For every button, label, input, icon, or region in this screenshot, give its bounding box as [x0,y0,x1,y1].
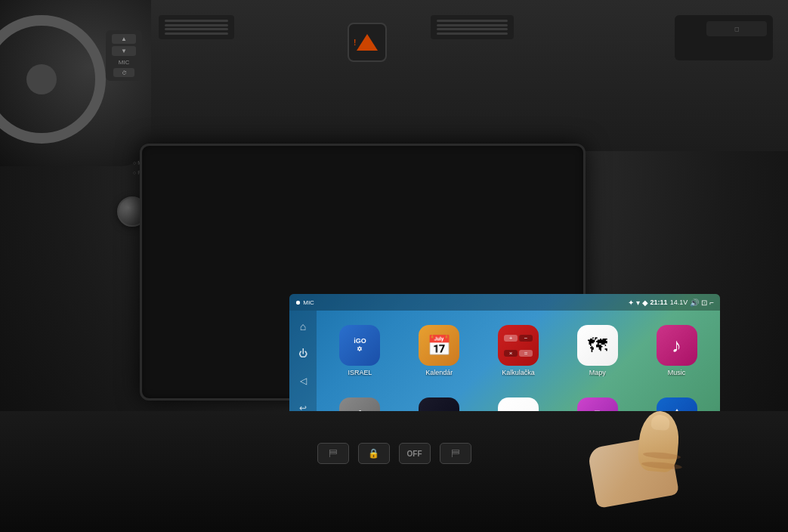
hazard-button[interactable]: ! [348,23,387,62]
off-button[interactable]: OFF [399,443,431,464]
location-icon: ◆ [642,298,648,307]
app-music[interactable]: ♪ Music [639,317,714,385]
left-vent [159,15,234,39]
status-bar-left: ⏺ MIC [295,299,314,306]
app-label-music: Music [668,369,686,376]
battery-display: 14.1V [670,298,688,306]
status-bar: ⏺ MIC ✦ ▾ ◆ 21:11 14.1V 🔊 ⊡ ⌐ [289,294,720,311]
steering-wheel-area [0,0,151,166]
app-label-israel: ISRAEL [348,369,372,376]
seat-heat-right-button[interactable]: ⛿ [440,443,471,464]
app-icon-israel: iGO✡ [339,325,380,366]
power-nav-icon[interactable]: ⏻ [295,345,311,362]
app-icon-calculator: + − × = [498,325,539,366]
app-label-maps: Mapy [589,369,606,376]
dashboard-bottom: ⛿ 🔒 OFF ⛿ [0,411,788,532]
window-icon: ⊡ [701,298,707,307]
app-icon-calendar: 📅 [419,325,459,366]
home-nav-icon[interactable]: ⌂ [295,318,311,335]
dashboard-top: ▲ ▼ MIC ⏱ ! ◻ [0,0,788,151]
bottom-controls-row: ⛿ 🔒 OFF ⛿ [317,443,471,464]
down-button[interactable]: ▼ [112,46,136,56]
bluetooth-icon: ✦ [628,298,634,307]
clock-button[interactable]: ⏱ [113,68,134,77]
app-calculator[interactable]: + − × = Kalkulačka [481,317,556,385]
status-icons: ✦ ▾ ◆ 21:11 14.1V 🔊 ⊡ ⌐ [628,298,714,307]
set-label: MIC [119,59,130,66]
wifi-icon: ▾ [636,298,640,307]
app-icon-maps: 🗺 [577,325,618,366]
app-icon-music: ♪ [657,325,697,366]
app-label-calculator: Kalkulačka [502,369,535,376]
app-calendar[interactable]: 📅 Kalendár [402,317,477,385]
back-nav-icon[interactable]: ◁ [295,373,311,389]
right-controls: ◻ [675,15,773,60]
app-maps[interactable]: 🗺 Mapy [560,317,635,385]
mic-status: ⏺ MIC [295,299,314,306]
right-vent [431,15,514,39]
lock-button[interactable]: 🔒 [358,443,390,464]
up-button[interactable]: ▲ [112,34,136,44]
top-right-button[interactable]: ◻ [706,21,767,36]
time-display: 21:11 [650,298,668,306]
back-icon: ⌐ [709,298,714,307]
volume-icon: 🔊 [690,298,699,307]
screen-bezel: ⏺ MIC ✦ ▾ ◆ 21:11 14.1V 🔊 ⊡ ⌐ ⌂ ⏻ ◁ ↩ [140,144,586,401]
app-label-calendar: Kalendár [425,369,453,376]
steering-wheel [0,15,106,144]
seat-heat-left-button[interactable]: ⛿ [317,443,349,464]
app-israel[interactable]: iGO✡ ISRAEL [323,317,397,385]
